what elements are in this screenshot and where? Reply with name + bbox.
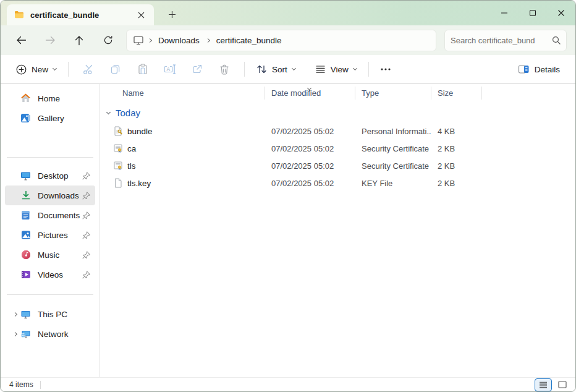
delete-button[interactable] — [211, 58, 238, 80]
chevron-down-icon — [292, 66, 296, 70]
sidebar-divider — [7, 157, 93, 158]
file-date: 07/02/2025 05:02 — [265, 144, 355, 153]
paste-icon — [137, 63, 149, 75]
item-count: 4 items — [9, 380, 33, 389]
share-button[interactable] — [184, 58, 211, 80]
sidebar-item-music[interactable]: Music — [5, 245, 95, 265]
column-headers: Name Date modified Type Size — [100, 85, 575, 101]
rename-button[interactable]: A — [156, 58, 184, 80]
large-icons-view-toggle[interactable] — [554, 379, 570, 391]
this-pc-icon — [20, 309, 31, 320]
view-button-label: View — [331, 65, 349, 74]
cut-button[interactable] — [75, 58, 102, 80]
pin-icon[interactable] — [82, 270, 91, 279]
status-bar: 4 items — [1, 377, 575, 391]
sidebar-item-videos[interactable]: Videos — [5, 265, 95, 284]
collapse-group-icon[interactable] — [106, 109, 111, 114]
command-bar: New A Sort View — [1, 55, 575, 84]
explorer-body: Home Gallery Desktop — [1, 84, 575, 377]
new-tab-button[interactable] — [163, 5, 181, 23]
file-size: 2 KB — [431, 144, 482, 153]
view-list-icon — [315, 65, 326, 74]
pin-icon[interactable] — [82, 211, 91, 220]
toolbar-separator — [244, 62, 245, 77]
pin-icon[interactable] — [82, 250, 91, 260]
this-pc-icon[interactable] — [133, 35, 144, 45]
sidebar-item-documents[interactable]: Documents — [5, 205, 95, 225]
sidebar-item-label: This PC — [38, 310, 95, 319]
navigation-bar: Downloads certificate_bundle — [1, 25, 575, 55]
sidebar-item-home[interactable]: Home — [5, 88, 95, 108]
sidebar-item-network[interactable]: Network — [5, 324, 95, 344]
new-button-label: New — [32, 65, 48, 74]
file-explorer-window: certificate_bundle — [0, 0, 576, 392]
search-input[interactable] — [451, 36, 552, 45]
column-header-name[interactable]: Name — [100, 87, 265, 100]
forward-button[interactable] — [38, 30, 62, 51]
navigation-pane: Home Gallery Desktop — [1, 84, 100, 377]
more-options-button[interactable] — [375, 58, 396, 80]
view-button[interactable]: View — [310, 61, 362, 78]
explorer-tab[interactable]: certificate_bundle — [7, 4, 154, 25]
minimize-button[interactable] — [490, 1, 519, 25]
sort-button[interactable]: Sort — [251, 61, 301, 78]
up-button[interactable] — [67, 30, 91, 51]
breadcrumb-chevron-icon[interactable] — [148, 38, 152, 42]
file-date: 07/02/2025 05:02 — [265, 179, 355, 188]
tab-title: certificate_bundle — [30, 11, 128, 20]
sidebar-item-pictures[interactable]: Pictures — [5, 225, 95, 245]
refresh-button[interactable] — [96, 30, 120, 51]
sidebar-item-label: Videos — [38, 270, 82, 279]
file-row[interactable]: bundle 07/02/2025 05:02 Personal Informa… — [100, 122, 575, 140]
plus-circle-icon — [16, 64, 27, 75]
security-certificate-file-icon — [113, 161, 123, 171]
details-view-toggle[interactable] — [535, 379, 551, 391]
breadcrumb-current-folder[interactable]: certificate_bundle — [214, 34, 284, 47]
pin-icon[interactable] — [82, 231, 91, 240]
home-icon — [20, 93, 31, 104]
file-row[interactable]: ca 07/02/2025 05:02 Security Certificate… — [100, 140, 575, 157]
new-button[interactable]: New — [11, 61, 62, 79]
group-label: Today — [116, 108, 140, 118]
title-bar: certificate_bundle — [1, 1, 575, 25]
maximize-button[interactable] — [519, 1, 547, 25]
file-name: bundle — [127, 127, 153, 136]
toolbar-separator — [368, 62, 369, 77]
expand-chevron-icon[interactable] — [9, 333, 20, 336]
back-button[interactable] — [9, 30, 33, 51]
file-row[interactable]: tls.key 07/02/2025 05:02 KEY File 2 KB — [100, 174, 575, 192]
tab-close-icon[interactable] — [134, 8, 148, 22]
sidebar-item-desktop[interactable]: Desktop — [5, 166, 95, 185]
sidebar-item-this-pc[interactable]: This PC — [5, 304, 95, 324]
column-header-size[interactable]: Size — [431, 87, 482, 100]
sidebar-item-gallery[interactable]: Gallery — [5, 108, 95, 128]
pin-icon[interactable] — [82, 171, 91, 181]
search-box[interactable] — [444, 30, 567, 51]
sidebar-item-downloads[interactable]: Downloads — [5, 185, 95, 205]
sidebar-item-label: Network — [38, 330, 95, 339]
expand-chevron-icon[interactable] — [9, 313, 20, 316]
paste-button[interactable] — [129, 58, 156, 80]
close-button[interactable] — [547, 1, 575, 25]
videos-icon — [20, 270, 31, 280]
breadcrumb-downloads[interactable]: Downloads — [156, 34, 202, 47]
search-icon[interactable] — [552, 36, 561, 45]
file-type: Security Certificate — [355, 144, 431, 153]
toolbar-separator — [68, 62, 69, 77]
music-icon — [20, 250, 31, 260]
chevron-down-icon — [353, 66, 357, 70]
details-pane-button[interactable]: Details — [512, 61, 565, 78]
breadcrumb-chevron-icon[interactable] — [206, 38, 210, 42]
file-name: tls.key — [127, 179, 151, 188]
pin-icon[interactable] — [82, 191, 91, 200]
copy-button[interactable] — [102, 58, 129, 80]
file-row[interactable]: tls 07/02/2025 05:02 Security Certificat… — [100, 157, 575, 174]
network-icon — [20, 329, 31, 339]
column-header-date-modified[interactable]: Date modified — [265, 87, 355, 100]
chevron-down-icon — [53, 66, 57, 70]
group-header-today[interactable]: Today — [100, 103, 575, 122]
file-name: tls — [127, 161, 136, 171]
file-date: 07/02/2025 05:02 — [265, 127, 355, 136]
file-size: 4 KB — [431, 127, 482, 136]
column-header-type[interactable]: Type — [355, 87, 431, 100]
